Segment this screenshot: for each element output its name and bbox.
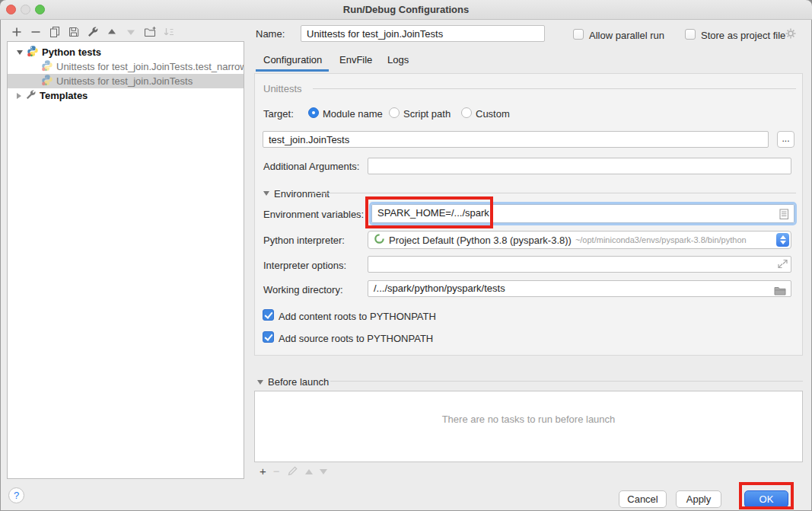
edit-defaults-wrench-icon[interactable]: [87, 26, 99, 38]
folder-browse-icon[interactable]: [774, 285, 786, 300]
environment-collapse-icon[interactable]: [263, 191, 269, 196]
working-directory-label: Working directory:: [263, 284, 343, 295]
move-down-icon[interactable]: [125, 26, 137, 38]
target-radio-script-path[interactable]: [389, 107, 400, 118]
module-name-input[interactable]: [263, 131, 769, 148]
divider: [313, 88, 796, 89]
tree-item-label: Unittests for test_join.JoinTests.test_n…: [56, 61, 244, 72]
unittests-group-title: Unittests: [263, 83, 302, 94]
divider: [311, 193, 796, 193]
tree-item-templates[interactable]: Templates: [8, 88, 244, 103]
tab-configuration[interactable]: Configuration: [263, 54, 322, 65]
expand-field-icon[interactable]: [778, 259, 788, 271]
python-interpreter-label: Python interpreter:: [263, 235, 345, 246]
window-title: Run/Debug Configurations: [0, 4, 812, 15]
dropdown-stepper-icon[interactable]: [776, 233, 789, 247]
divider: [330, 381, 803, 382]
save-configuration-icon[interactable]: [68, 26, 80, 38]
tree-item-python-tests[interactable]: Python tests: [8, 45, 244, 59]
tree-item-unittests-test-narrow[interactable]: Unittests for test_join.JoinTests.test_n…: [8, 59, 244, 74]
before-launch-empty-text: There are no tasks to run before launch: [442, 414, 616, 425]
store-as-project-file-checkbox[interactable]: [685, 29, 696, 40]
move-task-down-icon[interactable]: [320, 469, 327, 474]
before-launch-toolbar: + −: [260, 465, 327, 477]
run-debug-configurations-dialog: Run/Debug Configurations Python tests: [0, 0, 812, 511]
python-test-icon: [41, 59, 53, 74]
active-tab-underline: [256, 69, 329, 72]
name-input[interactable]: [301, 25, 545, 42]
python-interpreter-value: Project Default (Python 3.8 (pyspark-3.8…: [389, 235, 572, 246]
target-script-path-label: Script path: [403, 108, 451, 120]
allow-parallel-run-label: Allow parallel run: [589, 30, 664, 41]
additional-arguments-label: Additional Arguments:: [263, 161, 359, 172]
sort-alphabetically-icon[interactable]: [163, 26, 175, 38]
configurations-tree: Python tests Unittests for test_join.Joi…: [7, 41, 244, 479]
add-configuration-icon[interactable]: [11, 26, 23, 38]
add-content-roots-label: Add content roots to PYTHONPATH: [279, 311, 436, 322]
browse-variables-icon[interactable]: [779, 208, 789, 226]
allow-parallel-run-checkbox[interactable]: [573, 29, 584, 40]
tree-item-unittests-jointests-selected[interactable]: Unittests for test_join.JoinTests: [8, 74, 244, 88]
remove-configuration-icon[interactable]: [30, 26, 42, 38]
before-launch-task-list: There are no tasks to run before launch: [254, 391, 803, 462]
help-button[interactable]: ?: [8, 487, 24, 503]
add-content-roots-checkbox[interactable]: [263, 309, 274, 321]
python-test-icon: [41, 74, 53, 88]
target-radio-custom[interactable]: [461, 107, 472, 118]
tab-logs[interactable]: Logs: [387, 54, 409, 65]
tree-item-label: Python tests: [42, 46, 101, 58]
chevron-expanded-icon[interactable]: [17, 50, 23, 55]
python-tests-icon: [27, 45, 39, 59]
cancel-button[interactable]: Cancel: [619, 490, 667, 508]
add-source-roots-checkbox[interactable]: [263, 331, 274, 343]
gear-icon[interactable]: [785, 27, 797, 42]
tab-envfile[interactable]: EnvFile: [339, 54, 372, 65]
move-up-icon[interactable]: [106, 26, 118, 38]
configurations-toolbar: [11, 26, 175, 38]
move-task-up-icon[interactable]: [305, 469, 313, 474]
ok-button[interactable]: OK: [744, 490, 788, 508]
working-directory-input[interactable]: /.../spark/python/pyspark/tests: [368, 280, 791, 297]
chevron-collapsed-icon[interactable]: [17, 93, 21, 99]
copy-configuration-icon[interactable]: [49, 26, 61, 38]
target-module-name-label: Module name: [323, 108, 383, 120]
conda-environment-icon: [374, 233, 385, 247]
remove-task-icon[interactable]: −: [273, 466, 280, 477]
add-source-roots-label: Add source roots to PYTHONPATH: [279, 333, 433, 344]
environment-section-title: Environment: [274, 188, 330, 200]
name-label: Name:: [256, 28, 285, 40]
environment-variables-input[interactable]: SPARK_HOME=/.../spark: [369, 202, 797, 225]
before-launch-collapse-icon[interactable]: [257, 380, 263, 385]
target-custom-label: Custom: [476, 108, 510, 120]
python-interpreter-dropdown[interactable]: Project Default (Python 3.8 (pyspark-3.8…: [368, 231, 791, 249]
target-label: Target:: [263, 108, 294, 120]
title-bar: Run/Debug Configurations: [0, 0, 812, 20]
interpreter-options-input[interactable]: [368, 256, 791, 273]
add-task-icon[interactable]: +: [260, 466, 266, 477]
tree-item-label: Unittests for test_join.JoinTests: [56, 75, 193, 87]
target-radio-module-name[interactable]: [308, 107, 319, 118]
tree-item-label: Templates: [40, 90, 88, 101]
before-launch-title: Before launch: [268, 376, 329, 388]
edit-task-pencil-icon[interactable]: [287, 465, 298, 478]
interpreter-options-label: Interpreter options:: [263, 260, 346, 271]
additional-arguments-input[interactable]: [368, 158, 791, 174]
environment-variables-value: SPARK_HOME=/.../spark: [377, 207, 489, 219]
new-folder-icon[interactable]: [144, 26, 156, 38]
browse-module-button[interactable]: ...: [777, 131, 794, 148]
working-directory-value: /.../spark/python/pyspark/tests: [374, 283, 505, 294]
environment-variables-label: Environment variables:: [263, 209, 364, 220]
store-as-project-file-label: Store as project file: [701, 30, 785, 41]
python-interpreter-path: ~/opt/miniconda3/envs/pyspark-3.8/bin/py…: [575, 235, 747, 244]
templates-wrench-icon: [25, 89, 37, 103]
apply-button[interactable]: Apply: [676, 490, 721, 508]
